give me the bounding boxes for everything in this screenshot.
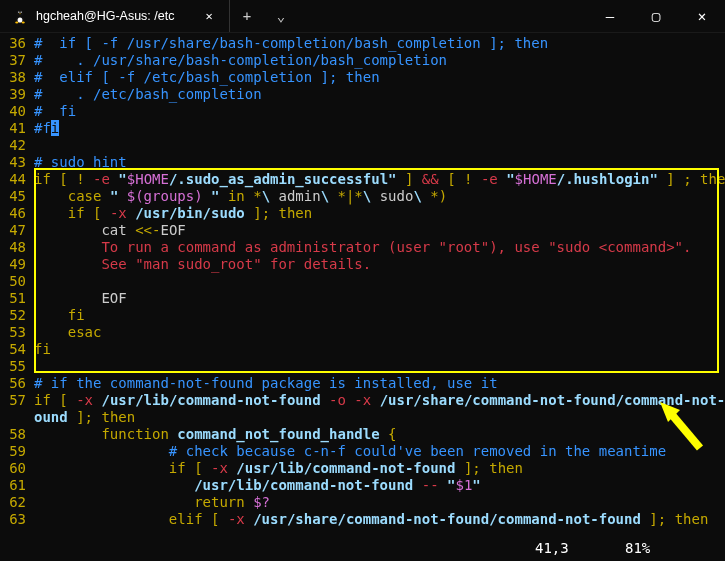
line-number: 40 xyxy=(0,103,34,120)
line-number: 62 xyxy=(0,494,34,511)
code-content: return $? xyxy=(34,494,725,511)
svg-point-7 xyxy=(15,22,18,24)
cursor-position: 41,3 xyxy=(535,540,625,557)
tab-active[interactable]: hgcheah@HG-Asus: /etc ✕ xyxy=(0,0,230,32)
code-content xyxy=(34,358,725,375)
code-line[interactable]: 53 esac xyxy=(0,324,725,341)
code-line[interactable]: 57if [ -x /usr/lib/command-not-found -o … xyxy=(0,392,725,409)
code-line[interactable]: 62 return $? xyxy=(0,494,725,511)
code-line-wrap[interactable]: ound ]; then xyxy=(0,409,725,426)
code-line[interactable]: 60 if [ -x /usr/lib/command-not-found ];… xyxy=(0,460,725,477)
code-line[interactable]: 51 EOF xyxy=(0,290,725,307)
code-content: if [ -x /usr/bin/sudo ]; then xyxy=(34,205,725,222)
line-number: 37 xyxy=(0,52,34,69)
svg-point-0 xyxy=(17,10,24,17)
line-number: 47 xyxy=(0,222,34,239)
code-content: if [ -x /usr/lib/command-not-found ]; th… xyxy=(34,460,725,477)
line-number: 36 xyxy=(0,35,34,52)
tab-dropdown-button[interactable]: ⌄ xyxy=(264,0,298,32)
line-number: 54 xyxy=(0,341,34,358)
line-number: 56 xyxy=(0,375,34,392)
line-number: 58 xyxy=(0,426,34,443)
code-line[interactable]: 42 xyxy=(0,137,725,154)
code-content: fi xyxy=(34,307,725,324)
code-content: if [ ! -e "$HOME/.sudo_as_admin_successf… xyxy=(34,171,725,188)
line-number: 59 xyxy=(0,443,34,460)
line-number: 61 xyxy=(0,477,34,494)
window-controls: — ▢ ✕ xyxy=(587,0,725,32)
code-line[interactable]: 40# fi xyxy=(0,103,725,120)
code-content: fi xyxy=(34,341,725,358)
svg-point-2 xyxy=(18,17,23,22)
line-number: 60 xyxy=(0,460,34,477)
code-line[interactable]: 44if [ ! -e "$HOME/.sudo_as_admin_succes… xyxy=(0,171,725,188)
code-content: To run a command as administrator (user … xyxy=(34,239,725,256)
code-content: if [ -x /usr/lib/command-not-found -o -x… xyxy=(34,392,725,409)
line-number: 48 xyxy=(0,239,34,256)
new-tab-button[interactable]: + xyxy=(230,0,264,32)
line-number: 39 xyxy=(0,86,34,103)
line-number: 50 xyxy=(0,273,34,290)
editor-viewport[interactable]: 36# if [ -f /usr/share/bash-completion/b… xyxy=(0,33,725,528)
code-content: # if [ -f /usr/share/bash-completion/bas… xyxy=(34,35,725,52)
code-line[interactable]: 55 xyxy=(0,358,725,375)
line-number: 63 xyxy=(0,511,34,528)
code-content: # . /etc/bash_completion xyxy=(34,86,725,103)
close-window-button[interactable]: ✕ xyxy=(679,0,725,32)
code-content: elif [ -x /usr/share/command-not-found/c… xyxy=(34,511,725,528)
code-line[interactable]: 39# . /etc/bash_completion xyxy=(0,86,725,103)
code-content: # . /usr/share/bash-completion/bash_comp… xyxy=(34,52,725,69)
code-line[interactable]: 37# . /usr/share/bash-completion/bash_co… xyxy=(0,52,725,69)
code-line[interactable]: 58 function command_not_found_handle { xyxy=(0,426,725,443)
line-number: 53 xyxy=(0,324,34,341)
code-line[interactable]: 61 /usr/lib/command-not-found -- "$1" xyxy=(0,477,725,494)
code-content: # fi xyxy=(34,103,725,120)
code-content: case " $(groups) " in *\ admin\ *|*\ sud… xyxy=(34,188,725,205)
line-number: 38 xyxy=(0,69,34,86)
svg-point-6 xyxy=(21,12,22,13)
code-line[interactable]: 41#fi xyxy=(0,120,725,137)
code-content: # sudo hint xyxy=(34,154,725,171)
code-line[interactable]: 45 case " $(groups) " in *\ admin\ *|*\ … xyxy=(0,188,725,205)
minimize-button[interactable]: — xyxy=(587,0,633,32)
scroll-percent: 81% xyxy=(625,540,715,557)
code-content: EOF xyxy=(34,290,725,307)
maximize-button[interactable]: ▢ xyxy=(633,0,679,32)
svg-point-8 xyxy=(22,22,25,24)
code-line[interactable]: 46 if [ -x /usr/bin/sudo ]; then xyxy=(0,205,725,222)
tab-close-button[interactable]: ✕ xyxy=(199,6,219,26)
code-line[interactable]: 54fi xyxy=(0,341,725,358)
code-content: # check because c-n-f could've been remo… xyxy=(34,443,725,460)
line-number: 43 xyxy=(0,154,34,171)
line-number: 41 xyxy=(0,120,34,137)
code-line[interactable]: 56# if the command-not-found package is … xyxy=(0,375,725,392)
code-line[interactable]: 48 To run a command as administrator (us… xyxy=(0,239,725,256)
code-content: cat <<-EOF xyxy=(34,222,725,239)
code-line[interactable]: 52 fi xyxy=(0,307,725,324)
code-content xyxy=(34,273,725,290)
code-content: # elif [ -f /etc/bash_completion ]; then xyxy=(34,69,725,86)
code-content: See "man sudo_root" for details. xyxy=(34,256,725,273)
code-content xyxy=(34,137,725,154)
code-content: # if the command-not-found package is in… xyxy=(34,375,725,392)
code-line[interactable]: 38# elif [ -f /etc/bash_completion ]; th… xyxy=(0,69,725,86)
code-line[interactable]: 47 cat <<-EOF xyxy=(0,222,725,239)
line-number: 49 xyxy=(0,256,34,273)
line-number xyxy=(0,409,34,426)
tux-icon xyxy=(12,8,28,24)
code-line[interactable]: 36# if [ -f /usr/share/bash-completion/b… xyxy=(0,35,725,52)
code-line[interactable]: 59 # check because c-n-f could've been r… xyxy=(0,443,725,460)
code-content: esac xyxy=(34,324,725,341)
code-line[interactable]: 50 xyxy=(0,273,725,290)
svg-point-5 xyxy=(19,12,20,13)
code-content: function command_not_found_handle { xyxy=(34,426,725,443)
code-line[interactable]: 43# sudo hint xyxy=(0,154,725,171)
code-line[interactable]: 63 elif [ -x /usr/share/command-not-foun… xyxy=(0,511,725,528)
code-content: ound ]; then xyxy=(34,409,725,426)
line-number: 57 xyxy=(0,392,34,409)
line-number: 52 xyxy=(0,307,34,324)
code-line[interactable]: 49 See "man sudo_root" for details. xyxy=(0,256,725,273)
line-number: 51 xyxy=(0,290,34,307)
tab-title: hgcheah@HG-Asus: /etc xyxy=(36,8,174,25)
line-number: 44 xyxy=(0,171,34,188)
